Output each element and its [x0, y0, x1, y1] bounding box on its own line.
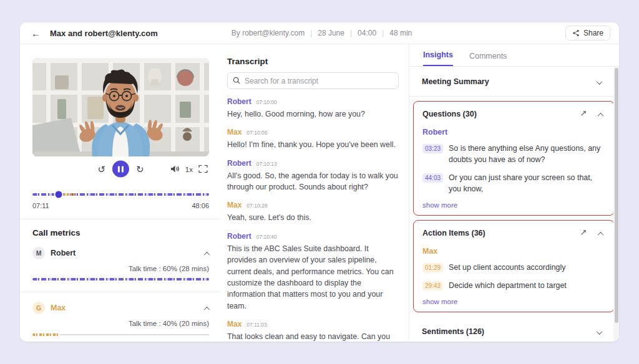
question-text: So is there anything else Any questions,…: [449, 143, 605, 166]
timestamp-badge[interactable]: 44:03: [422, 173, 443, 183]
action-item-text: Set up client accounts accordingly: [449, 262, 565, 274]
call-recording-card: ← Max and robert@klenty.com By robert@kl…: [20, 22, 619, 342]
entry-timestamp[interactable]: 07:10:40: [256, 234, 277, 240]
entry-speaker: Robert: [227, 232, 251, 241]
timestamp-badge[interactable]: 03:23: [422, 144, 443, 153]
questions-show-more[interactable]: show more: [422, 201, 605, 209]
insights-tabbar: Insights Comments: [409, 44, 619, 67]
chevron-up-icon[interactable]: [598, 228, 603, 239]
transcript-title: Transcript: [227, 57, 399, 66]
avatar: G: [32, 302, 45, 314]
playback-speed[interactable]: 1x: [185, 165, 193, 173]
share-button[interactable]: Share: [565, 26, 610, 41]
seek-bar[interactable]: [32, 191, 209, 198]
share-icon: [572, 29, 580, 37]
meta-duration: 48 min: [376, 29, 412, 37]
chevron-up-icon[interactable]: [598, 108, 603, 120]
transcript-entry[interactable]: Max 07:10:28 Yeah, sure. Let's do this.: [227, 201, 399, 223]
metric-row-robert: M Robert: [32, 247, 209, 259]
tab-insights[interactable]: Insights: [423, 50, 453, 66]
player-column: ↺ ↻ 1x: [20, 44, 220, 341]
entry-speaker: Robert: [227, 159, 251, 168]
question-item: 03:23 So is there anything else Any ques…: [422, 143, 605, 166]
entry-timestamp[interactable]: 07:10:13: [256, 161, 277, 167]
fullscreen-icon[interactable]: [198, 165, 208, 173]
entry-text: This is the ABC Sales Suite dashboard. I…: [227, 243, 399, 312]
search-input[interactable]: [245, 77, 393, 85]
section-meeting-summary[interactable]: Meeting Summary: [409, 67, 619, 97]
question-item: 44:03 Or you can just share your screen …: [422, 173, 605, 195]
transcript-entry[interactable]: Robert 07:10:40 This is the ABC Sales Su…: [227, 232, 399, 312]
collapse-chevron-icon[interactable]: [205, 302, 209, 314]
action-items-show-more[interactable]: show more: [422, 298, 605, 305]
scrollbar-thumb[interactable]: [615, 68, 618, 323]
questions-speaker: Robert: [422, 128, 605, 136]
expand-icon[interactable]: [580, 108, 587, 120]
playhead[interactable]: [56, 191, 62, 198]
timestamp-badge[interactable]: 01:29: [422, 263, 443, 272]
speaker-name: Max: [51, 304, 66, 312]
total-time: 48:06: [192, 202, 209, 209]
transcript-entry[interactable]: Max 07:10:05 Hello! I'm fine, thank you.…: [227, 128, 399, 150]
section-sentiments[interactable]: Sentiments (126): [409, 317, 619, 341]
chevron-down-icon[interactable]: [597, 76, 607, 87]
entry-speaker: Robert: [227, 97, 251, 106]
transcript-search[interactable]: [227, 72, 399, 89]
meta-time: 04:00: [344, 29, 376, 37]
entry-timestamp[interactable]: 07:10:28: [246, 203, 267, 209]
page-title: Max and robert@klenty.com: [50, 29, 158, 38]
meta-owner: By robert@klenty.com: [232, 29, 305, 37]
entry-speaker: Max: [227, 201, 241, 209]
insights-panel: Insights Comments Meeting Summary Questi…: [409, 44, 619, 341]
divider: [20, 219, 220, 219]
insights-scrollbar: [613, 67, 619, 341]
entry-text: All's good. So, the agenda for today is …: [227, 170, 399, 193]
collapse-chevron-icon[interactable]: [205, 247, 209, 259]
transcript-entry[interactable]: Max 07:11:03 That looks clean and easy t…: [227, 320, 399, 341]
player-controls: ↺ ↻ 1x: [32, 156, 209, 181]
tab-comments[interactable]: Comments: [469, 52, 507, 66]
speaker-name: Robert: [51, 249, 76, 257]
section-title: Sentiments (126): [422, 327, 484, 336]
entry-text: Hello! I'm fine, thank you. Hope you've …: [227, 139, 399, 150]
question-text: Or you can just share your screen so tha…: [449, 173, 605, 195]
pause-button[interactable]: [112, 161, 129, 178]
entry-text: Yeah, sure. Let's do this.: [227, 212, 399, 223]
action-item: 01:29 Set up client accounts accordingly: [422, 262, 605, 274]
search-icon: [233, 75, 240, 87]
chevron-down-icon[interactable]: [597, 326, 607, 337]
entry-speaker: Max: [227, 128, 241, 136]
questions-title: Questions (30): [422, 110, 477, 118]
current-time: 07:11: [32, 202, 49, 209]
video-thumbnail[interactable]: [32, 58, 209, 156]
entry-text: That looks clean and easy to navigate. C…: [227, 331, 399, 341]
section-title: Meeting Summary: [422, 77, 489, 86]
action-items-section: Action Items (36) Max 01:29 S: [413, 220, 615, 312]
timestamp-badge[interactable]: 29:43: [422, 281, 443, 290]
share-label: Share: [583, 29, 603, 37]
entry-timestamp[interactable]: 07:10:05: [246, 130, 267, 136]
entry-speaker: Max: [227, 320, 241, 328]
action-item-text: Decide which department to target: [449, 280, 567, 292]
metric-row-max: G Max: [32, 302, 209, 314]
expand-icon[interactable]: [580, 228, 587, 239]
rewind-icon[interactable]: ↺: [97, 165, 105, 174]
meta-date: 28 June: [305, 29, 344, 37]
transcript-column: Transcript Robert 07:10:00 Hey, hello. G…: [220, 44, 409, 341]
meeting-meta: By robert@klenty.com 28 June 04:00 48 mi…: [232, 29, 412, 37]
entry-timestamp[interactable]: 07:11:03: [246, 322, 266, 328]
entry-timestamp[interactable]: 07:10:00: [256, 99, 277, 105]
forward-icon[interactable]: ↻: [136, 165, 144, 174]
header: ← Max and robert@klenty.com By robert@kl…: [20, 22, 619, 44]
transcript-entry[interactable]: Robert 07:10:13 All's good. So, the agen…: [227, 159, 399, 193]
avatar: M: [32, 247, 45, 259]
time-row: 07:11 48:06: [32, 202, 209, 209]
call-metrics-title: Call metrics: [32, 228, 220, 237]
volume-icon[interactable]: [170, 165, 180, 173]
talk-time-max: Talk time : 40% (20 mins): [32, 320, 209, 327]
divider: [20, 292, 220, 292]
max-talk-waveform: [32, 333, 209, 336]
back-icon[interactable]: ←: [31, 28, 44, 39]
robert-talk-waveform: [32, 278, 209, 280]
transcript-entry[interactable]: Robert 07:10:00 Hey, hello. Good morning…: [227, 97, 399, 120]
